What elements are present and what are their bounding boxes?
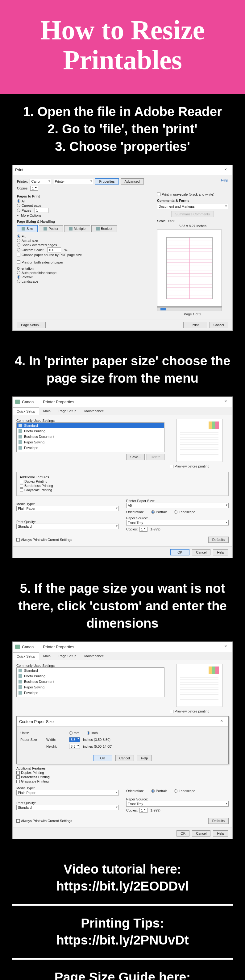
fit-radio[interactable]: Fit bbox=[17, 234, 152, 238]
media-type-select[interactable]: Plain Paper bbox=[16, 506, 119, 511]
help-button-pp[interactable]: Help bbox=[213, 549, 228, 555]
pages-range-radio[interactable]: Pages 1 bbox=[17, 208, 152, 213]
printer-model-select[interactable]: Printer bbox=[53, 179, 93, 184]
current-page-radio[interactable]: Current page bbox=[17, 204, 152, 207]
poster-tab[interactable]: Poster bbox=[39, 225, 63, 232]
page-setup-tab[interactable]: Page Setup bbox=[55, 407, 81, 415]
scale-label: Scale: bbox=[157, 219, 167, 223]
always-print-check[interactable]: Always Print with Current Settings bbox=[16, 538, 72, 541]
quick-setup-tab-2[interactable]: Quick Setup bbox=[13, 652, 39, 660]
print-button[interactable]: Print bbox=[183, 322, 207, 328]
comments-select[interactable]: Document and Markups bbox=[157, 204, 228, 209]
cancel-button-pp[interactable]: Cancel bbox=[192, 549, 210, 555]
printer-icon bbox=[15, 644, 20, 649]
copies-stepper[interactable]: 1 bbox=[30, 186, 38, 191]
portrait-radio[interactable]: Portrait bbox=[17, 275, 152, 279]
quality-select-2[interactable]: Standard bbox=[16, 805, 119, 810]
all-pages-radio[interactable]: All bbox=[17, 199, 152, 203]
properties-button[interactable]: Properties bbox=[95, 178, 118, 185]
envelope-item-2[interactable]: Envelope bbox=[17, 690, 164, 695]
copies-range-2: (1-999) bbox=[150, 808, 160, 812]
grayscale-printing-check[interactable]: Grayscale Printing bbox=[20, 488, 225, 492]
preview-scrollbar[interactable] bbox=[157, 307, 222, 311]
page-setup-button[interactable]: Page Setup... bbox=[17, 322, 46, 328]
actual-size-radio[interactable]: Actual size bbox=[17, 239, 152, 243]
advanced-button[interactable]: Advanced bbox=[121, 178, 144, 185]
close-icon[interactable]: × bbox=[217, 718, 226, 724]
duplex-check[interactable]: Duplex Printing bbox=[20, 479, 225, 483]
save-settings-button[interactable]: Save... bbox=[126, 454, 145, 460]
height-input[interactable]: 8.5 bbox=[69, 744, 80, 749]
pdf-page-size-check[interactable]: Choose paper source by PDF page size bbox=[17, 253, 152, 257]
always-print-check-2[interactable]: Always Print with Current Settings bbox=[16, 819, 72, 822]
business-item-2[interactable]: Business Document bbox=[17, 679, 164, 684]
custom-help-button[interactable]: Help bbox=[137, 755, 152, 761]
inch-radio[interactable]: inch bbox=[87, 731, 97, 735]
width-input[interactable]: 5.5 bbox=[69, 737, 80, 742]
paper-size-select[interactable]: A5 bbox=[126, 503, 229, 508]
borderless-check-2[interactable]: Borderless Printing bbox=[16, 775, 229, 779]
ok-button-2[interactable]: OK bbox=[177, 830, 189, 837]
auto-orient-radio[interactable]: Auto portrait/landscape bbox=[17, 271, 152, 275]
cancel-button[interactable]: Cancel bbox=[210, 322, 228, 328]
paper-saving-item-2[interactable]: Paper Saving bbox=[17, 684, 164, 690]
help-link[interactable]: Help bbox=[221, 178, 228, 182]
pp-title: Printer Properties bbox=[43, 399, 74, 404]
ok-button[interactable]: OK bbox=[170, 549, 189, 555]
quality-label: Print Quality: bbox=[16, 520, 119, 523]
close-icon[interactable]: × bbox=[221, 167, 230, 173]
mm-radio[interactable]: mm bbox=[69, 731, 79, 735]
paper-source-select-2[interactable]: Front Tray bbox=[126, 801, 229, 807]
shrink-radio[interactable]: Shrink oversized pages bbox=[17, 243, 152, 247]
standard-item[interactable]: Standard bbox=[17, 423, 164, 428]
custom-ok-button[interactable]: OK bbox=[93, 755, 112, 761]
media-type-select-2[interactable]: Plain Paper bbox=[16, 790, 119, 795]
grayscale-printing-check-2[interactable]: Grayscale Printing bbox=[16, 780, 229, 783]
landscape-radio[interactable]: Landscape bbox=[17, 280, 152, 283]
settings-listbox[interactable]: Standard Photo Printing Business Documen… bbox=[16, 422, 164, 452]
custom-scale-radio[interactable]: Custom Scale: 100 % bbox=[17, 247, 152, 252]
preview-before-check-2[interactable]: Preview before printing bbox=[170, 710, 229, 713]
page-setup-tab-2[interactable]: Page Setup bbox=[55, 652, 81, 660]
media-type-label-2: Media Type: bbox=[16, 786, 119, 790]
landscape-radio-pp-2[interactable]: Landscape bbox=[174, 789, 195, 793]
copies-stepper-pp-2[interactable]: 1 bbox=[140, 808, 148, 813]
portrait-radio-pp-2[interactable]: Portrait bbox=[151, 789, 167, 793]
size-tab[interactable]: Size bbox=[17, 225, 38, 232]
quick-setup-tab[interactable]: Quick Setup bbox=[13, 407, 39, 415]
help-button-pp-2[interactable]: Help bbox=[213, 830, 228, 837]
both-sides-check[interactable]: Print on both sides of paper bbox=[17, 261, 152, 264]
close-icon[interactable]: × bbox=[221, 399, 230, 405]
settings-listbox-2[interactable]: Standard Photo Printing Business Documen… bbox=[16, 667, 164, 697]
maintenance-tab-2[interactable]: Maintenance bbox=[80, 652, 108, 660]
custom-scale-input[interactable]: 100 bbox=[47, 247, 61, 252]
pages-range-input[interactable]: 1 bbox=[35, 208, 48, 213]
close-icon[interactable]: × bbox=[221, 644, 230, 650]
photo-item-2[interactable]: Photo Printing bbox=[17, 673, 164, 679]
printer-brand-select[interactable]: Canon bbox=[30, 179, 51, 184]
landscape-radio-pp[interactable]: Landscape bbox=[174, 510, 195, 514]
copies-stepper-pp[interactable]: 1 bbox=[140, 527, 148, 531]
custom-cancel-button[interactable]: Cancel bbox=[115, 755, 134, 761]
paper-source-select[interactable]: Front Tray bbox=[126, 520, 229, 525]
defaults-button[interactable]: Defaults bbox=[208, 536, 229, 543]
borderless-check[interactable]: Borderless Printing bbox=[20, 484, 225, 488]
maintenance-tab[interactable]: Maintenance bbox=[80, 407, 108, 415]
grayscale-check[interactable]: Print in grayscale (black and white) bbox=[157, 192, 228, 196]
envelope-item[interactable]: Envelope bbox=[17, 445, 164, 450]
business-item[interactable]: Business Document bbox=[17, 434, 164, 439]
standard-item-2[interactable]: Standard bbox=[17, 668, 164, 673]
multiple-tab[interactable]: Multiple bbox=[64, 225, 90, 232]
duplex-check-2[interactable]: Duplex Printing bbox=[16, 771, 229, 775]
defaults-button-2[interactable]: Defaults bbox=[208, 818, 229, 824]
quality-select[interactable]: Standard bbox=[16, 523, 119, 529]
preview-before-check[interactable]: Preview before printing bbox=[170, 465, 229, 468]
portrait-radio-pp[interactable]: Portrait bbox=[151, 510, 167, 514]
booklet-tab[interactable]: Booklet bbox=[91, 225, 117, 232]
more-options-toggle[interactable]: ▸More Options bbox=[17, 213, 152, 217]
cancel-button-pp-2[interactable]: Cancel bbox=[192, 830, 210, 837]
main-tab[interactable]: Main bbox=[39, 407, 55, 415]
photo-item[interactable]: Photo Printing bbox=[17, 428, 164, 434]
main-tab-2[interactable]: Main bbox=[39, 652, 55, 660]
paper-saving-item[interactable]: Paper Saving bbox=[17, 439, 164, 445]
